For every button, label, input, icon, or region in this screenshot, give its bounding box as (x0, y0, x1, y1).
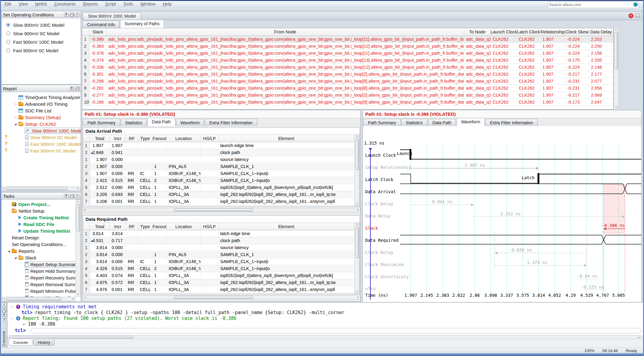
column-header[interactable]: HS/LP (201, 135, 218, 142)
document-restore-icon[interactable] (636, 14, 639, 17)
task-item-update-timing-netlist[interactable]: Update Timing Netlist (2, 228, 76, 234)
table-row[interactable]: 13.8143.814latch edge time (83, 230, 354, 237)
table-row[interactable]: 1-0.386adc_lvds_pins:adc_pins|adc_lvds_p… (82, 36, 613, 43)
column-header[interactable] (83, 135, 90, 142)
report-item-fast-900mv-100c-model[interactable]: ?Fast 900mV 100C Model (2, 141, 81, 147)
report-item-slow-900mv-0c-model[interactable]: ?Slow 900mV 0C Model (2, 134, 81, 141)
menu-item-help[interactable]: Help (159, 1, 175, 7)
expand-triangle-icon[interactable]: ◢ (91, 239, 93, 242)
tab-command-info[interactable]: Command Info (83, 21, 120, 28)
column-header[interactable]: Type (138, 135, 152, 142)
task-item-report-removal-summary[interactable]: Report Removal Summary (2, 281, 76, 288)
tab-extra-fitter[interactable]: Extra Fitter Information (485, 119, 538, 126)
table-row[interactable]: 11.9071.907launch edge time (83, 142, 354, 149)
table-row[interactable]: 42.4220.515RRCELL2IOIBUF_X148_Y16_N32SAM… (83, 177, 354, 184)
menu-item-reports[interactable]: Reports (79, 1, 101, 7)
table-row[interactable]: 63.2050.693RRCELL1IOPLL_3Aiopll_262:iopl… (83, 191, 354, 198)
tcl-input[interactable] (31, 328, 642, 334)
tab-data-path[interactable]: Data Path (147, 118, 175, 126)
menu-item-tools[interactable]: Tools (120, 1, 137, 7)
table-row[interactable]: 2-0.383adc_lvds_pins:adc_pins|adc_lvds_p… (82, 43, 613, 50)
operating-condition-option[interactable]: Fast 900mV 100C Model (2, 38, 81, 46)
column-header[interactable]: Incr (110, 135, 126, 142)
pin-icon[interactable] (69, 86, 74, 91)
tab-statistics[interactable]: Statistics (401, 119, 427, 126)
report-hscrollbar[interactable]: ◂ ▸ (2, 187, 80, 191)
document-close-icon[interactable]: ✕ (629, 13, 633, 18)
tab-waveform[interactable]: Waveform (457, 118, 485, 126)
tab-waveform[interactable]: Waveform (176, 119, 204, 126)
table-row[interactable]: 6-0.301adc_lvds_pins:adc_pins|adc_lvds_p… (82, 71, 613, 78)
column-header[interactable]: Total (90, 135, 110, 142)
report-item-advanced-i-o-timing[interactable]: ▷Advanced I/O Timing (2, 101, 81, 107)
operating-condition-option[interactable]: Slow 900mV 100C Model (2, 21, 81, 29)
float-icon[interactable] (69, 12, 74, 17)
column-header[interactable] (82, 28, 89, 36)
task-item-reports[interactable]: ◢Reports (2, 248, 76, 254)
table-row[interactable]: 9-0.277adc_lvds_pins:adc_pins|adc_lvds_p… (82, 92, 613, 99)
task-item-report-minimum-pulse-width-su[interactable]: Report Minimum Pulse Width Su (2, 288, 76, 294)
task-item-report-recovery-summary[interactable]: Report Recovery Summary (2, 274, 76, 281)
column-header[interactable]: Element (218, 223, 354, 230)
menu-item-netlist[interactable]: Netlist (32, 1, 51, 7)
tab-path-summary[interactable]: Path Summary (83, 119, 120, 126)
table-row[interactable]: 33.8140.000RRIC1IOIBUF_X148_Y16_N32SAMPL… (83, 258, 354, 265)
column-header[interactable]: Data Delay (589, 28, 613, 36)
collapsed-arrow-icon[interactable]: ▷ (13, 102, 18, 106)
table-row[interactable]: 44.3290.515RRCELL2IOIBUF_X148_Y16_N32SAM… (83, 265, 354, 272)
column-header[interactable]: Clock Skew (565, 28, 589, 36)
required-vscrollbar[interactable]: ▴ ▾ (355, 223, 359, 294)
column-header[interactable]: RF (126, 223, 138, 230)
menu-item-window[interactable]: Window (137, 1, 159, 7)
table-row[interactable]: 73.2060.001RRCELL1IOPLL_3Aiopll_262:iopl… (83, 198, 354, 205)
column-header[interactable] (83, 223, 90, 230)
column-header[interactable]: Location (167, 223, 201, 230)
report-item-timequest-timing-analyzer-summ[interactable]: TimeQuest Timing Analyzer Summ (2, 94, 81, 101)
task-item-report-setup-summary[interactable]: Report Setup Summary (2, 261, 76, 268)
column-header[interactable]: To Node (464, 28, 491, 36)
table-row[interactable]: 2◢2.8480.941clock path (83, 149, 354, 156)
column-header[interactable]: From Node (106, 28, 464, 36)
table-row[interactable]: 8-0.281adc_lvds_pins:adc_pins|adc_lvds_p… (82, 85, 613, 92)
task-item-reset-design[interactable]: Reset Design (2, 234, 76, 241)
tasks-hscrollbar[interactable]: ◂ ▸ (2, 297, 76, 301)
menu-item-constraints[interactable]: Constraints (51, 1, 79, 7)
radio-button[interactable] (6, 40, 10, 44)
table-row[interactable]: 74.9760.001RRCELL1IOPLL_3Aiopll_262:iopl… (83, 286, 354, 293)
tab-console[interactable]: Console (9, 340, 32, 346)
task-item-create-timing-netlist[interactable]: Create Timing Netlist (2, 214, 76, 221)
column-header[interactable]: HS/LP (201, 223, 218, 230)
operating-condition-option[interactable]: Fast 900mV 0C Model (2, 46, 81, 55)
radio-button[interactable] (6, 23, 10, 27)
tab-data-path[interactable]: Data Path (428, 119, 456, 126)
table-row[interactable]: 23.8140.0001PIN_AL5SAMPLE_CLK_1 (83, 251, 354, 258)
expand-triangle-icon[interactable]: ◢ (91, 151, 93, 154)
console-output[interactable]: ▷ ! Timing requirements not met tcl> rep… (8, 303, 644, 335)
column-header[interactable]: Relationship (541, 28, 565, 36)
column-header[interactable]: Latch Clock (517, 28, 541, 36)
report-item-fast-900mv-0c-model[interactable]: ?Fast 900mV 0C Model (2, 147, 81, 154)
expanded-arrow-icon[interactable]: ◢ (7, 250, 11, 252)
task-item-set-operating-conditions[interactable]: Set Operating Conditions... (2, 241, 76, 248)
task-item-slack[interactable]: ◢Slack (2, 254, 76, 261)
float-icon[interactable] (69, 194, 74, 198)
tab-extra-fitter[interactable]: Extra Fitter Information (205, 119, 257, 126)
task-item-open-project[interactable]: Open Project... (2, 201, 76, 207)
radio-button[interactable] (6, 31, 10, 36)
table-row[interactable]: 31.9070.000RRIC1IOIBUF_X148_Y16_N32SAMPL… (83, 170, 354, 177)
table-row[interactable]: 5-0.336adc_lvds_pins:adc_pins|adc_lvds_p… (82, 64, 613, 71)
task-item-read-sdc-file[interactable]: Read SDC File (2, 221, 76, 228)
menu-item-file[interactable]: File (1, 1, 15, 7)
radio-button[interactable] (6, 48, 10, 53)
table-row[interactable]: 2◢4.5310.717clock path (83, 237, 354, 244)
column-header[interactable]: Element (218, 135, 354, 142)
required-hscrollbar[interactable]: ◂ ▸ (83, 295, 360, 300)
task-item-report-hold-summary[interactable]: Report Hold Summary (2, 268, 76, 274)
table-row[interactable]: 13.8140.000source latency (83, 244, 354, 251)
column-header[interactable]: Fanout (152, 135, 167, 142)
arrival-vscrollbar[interactable]: ▴ ▾ (355, 135, 359, 206)
task-item-netlist-setup[interactable]: Netlist Setup (2, 207, 76, 214)
close-icon[interactable] (2, 303, 6, 307)
report-item-setup-clk262[interactable]: ◢Setup: CLK262 (2, 121, 81, 127)
tab-history[interactable]: History (33, 340, 55, 346)
